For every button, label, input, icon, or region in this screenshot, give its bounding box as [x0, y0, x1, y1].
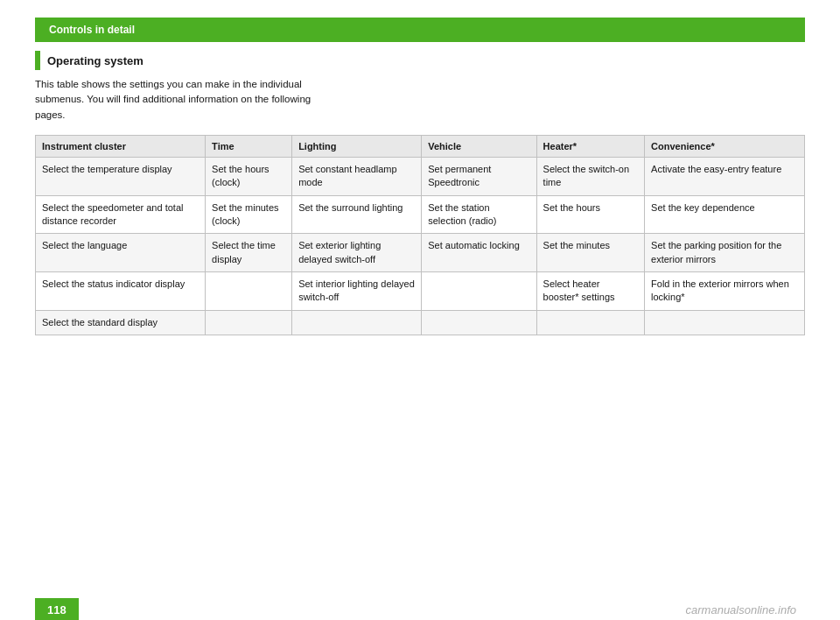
- table-cell-r3-c2: Set interior lighting delayed switch-off: [292, 272, 422, 311]
- table-row: Select the languageSelect the time displ…: [36, 234, 805, 272]
- table-cell-r1-c4: Set the hours: [536, 195, 644, 234]
- green-bar-indicator: [35, 51, 40, 70]
- table-cell-r3-c3: [422, 272, 536, 311]
- table-row: Select the status indicator displaySet i…: [36, 272, 805, 311]
- col-header-vehicle: Vehicle: [422, 135, 536, 157]
- content-area: Operating system This table shows the se…: [35, 51, 805, 335]
- table-cell-r3-c5: Fold in the exterior mirrors when lockin…: [645, 272, 805, 311]
- table-cell-r2-c0: Select the language: [36, 234, 206, 272]
- table-cell-r1-c2: Set the surround lighting: [292, 195, 422, 234]
- section-title: Operating system: [47, 54, 144, 67]
- table-cell-r2-c1: Select the time display: [206, 234, 292, 272]
- table-cell-r0-c3: Set permanent Speedtronic: [422, 157, 536, 195]
- table-header-row: Instrument cluster Time Lighting Vehicle…: [36, 135, 805, 157]
- table-cell-r1-c5: Set the key dependence: [645, 195, 805, 234]
- data-table: Instrument cluster Time Lighting Vehicle…: [35, 135, 805, 336]
- table-cell-r0-c5: Activate the easy-entry feature: [645, 157, 805, 195]
- col-header-convenience: Convenience*: [645, 135, 805, 157]
- table-cell-r4-c0: Select the standard display: [36, 310, 206, 335]
- table-row: Select the temperature displaySet the ho…: [36, 157, 805, 195]
- table-cell-r3-c4: Select heater booster* settings: [536, 272, 644, 311]
- header-bar: Controls in detail: [35, 18, 805, 42]
- table-cell-r1-c3: Set the station selection (radio): [422, 195, 536, 234]
- table-cell-r3-c0: Select the status indicator display: [36, 272, 206, 311]
- table-cell-r2-c2: Set exterior lighting delayed switch-off: [292, 234, 422, 272]
- page-number: 118: [47, 603, 66, 616]
- table-cell-r1-c0: Select the speedometer and total distanc…: [36, 195, 206, 234]
- table-cell-r4-c3: [422, 310, 536, 335]
- table-cell-r4-c1: [206, 310, 292, 335]
- intro-text: This table shows the settings you can ma…: [35, 77, 315, 123]
- table-cell-r2-c3: Set automatic locking: [422, 234, 536, 272]
- page-number-box: 118: [35, 598, 79, 620]
- col-header-heater: Heater*: [536, 135, 644, 157]
- table-cell-r0-c4: Select the switch-on time: [536, 157, 644, 195]
- table-cell-r4-c2: [292, 310, 422, 335]
- page-container: Controls in detail Operating system This…: [0, 18, 840, 620]
- table-cell-r1-c1: Set the minutes (clock): [206, 195, 292, 234]
- table-cell-r2-c4: Set the minutes: [536, 234, 644, 272]
- header-bar-label: Controls in detail: [49, 24, 135, 36]
- table-cell-r0-c1: Set the hours (clock): [206, 157, 292, 195]
- watermark: carmanualsonline.info: [686, 603, 796, 616]
- col-header-time: Time: [206, 135, 292, 157]
- col-header-lighting: Lighting: [292, 135, 422, 157]
- table-row: Select the standard display: [36, 310, 805, 335]
- col-header-instrument-cluster: Instrument cluster: [36, 135, 206, 157]
- section-title-row: Operating system: [35, 51, 805, 70]
- table-cell-r3-c1: [206, 272, 292, 311]
- table-cell-r4-c5: [645, 310, 805, 335]
- table-cell-r2-c5: Set the parking position for the exterio…: [645, 234, 805, 272]
- table-cell-r0-c0: Select the temperature display: [36, 157, 206, 195]
- table-cell-r0-c2: Set constant headlamp mode: [292, 157, 422, 195]
- table-cell-r4-c4: [536, 310, 644, 335]
- table-row: Select the speedometer and total distanc…: [36, 195, 805, 234]
